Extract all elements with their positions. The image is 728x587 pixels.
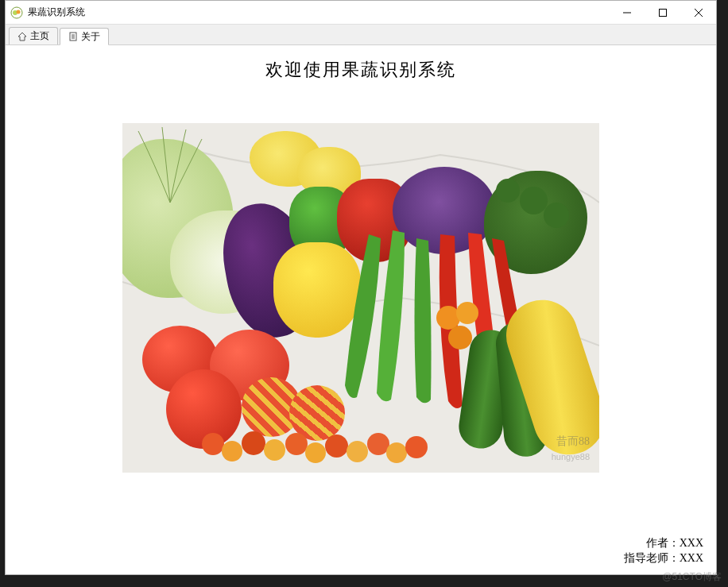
home-icon [17,32,27,41]
tab-label: 主页 [30,29,49,43]
tab-about[interactable]: 关于 [60,28,109,45]
vegetables-image: 昔而88 hungye88 [122,123,599,473]
advisor-line: 指导老师：XXX [624,550,703,566]
image-watermark-sub: hungye88 [552,452,590,461]
tab-home[interactable]: 主页 [9,27,58,44]
app-icon [10,6,23,19]
svg-point-2 [17,10,21,14]
content-area: 欢迎使用果蔬识别系统 [6,45,716,574]
author-line: 作者：XXX [624,535,703,551]
welcome-title: 欢迎使用果蔬识别系统 [6,58,716,82]
svg-rect-4 [659,9,666,16]
author-value: XXX [680,537,703,549]
advisor-label: 指导老师： [624,552,680,564]
close-button[interactable] [680,1,716,24]
credits: 作者：XXX 指导老师：XXX [624,535,703,566]
page-watermark: @51CTO博客 [662,570,722,584]
maximize-button[interactable] [645,1,680,24]
image-container: 昔而88 hungye88 [6,123,716,473]
document-icon [68,32,78,41]
advisor-value: XXX [680,552,703,564]
author-label: 作者： [646,537,680,549]
window-controls [609,1,716,24]
tab-label: 关于 [81,30,100,44]
image-watermark-main: 昔而88 [556,434,590,449]
tab-bar: 主页 关于 [6,25,716,45]
window-title: 果蔬识别系统 [28,6,609,19]
titlebar: 果蔬识别系统 [6,1,716,25]
app-window: 果蔬识别系统 主页 关于 欢迎使用果蔬识别系统 [5,0,717,575]
minimize-button[interactable] [609,1,645,24]
